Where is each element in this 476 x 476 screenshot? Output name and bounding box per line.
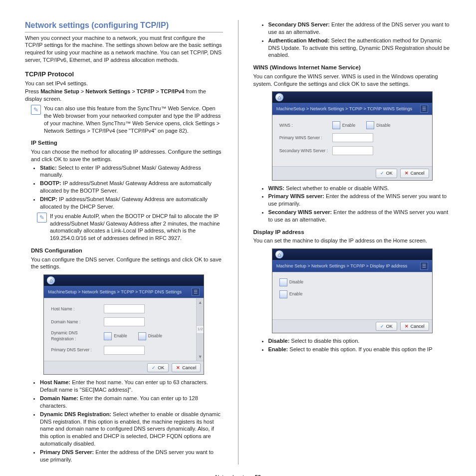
display-ip-p1: You can set the machine to display the I… <box>253 237 452 244</box>
note-icon: ✎ <box>31 105 41 115</box>
enable-radio[interactable]: Enable <box>279 290 302 298</box>
home-icon[interactable] <box>275 93 283 101</box>
secondary-wins-label: Secondary WINS Server : <box>279 148 329 154</box>
secondary-wins-input[interactable] <box>332 146 373 155</box>
panel-menu-icon[interactable]: ☰ <box>420 262 428 270</box>
ok-button[interactable]: ✓OK <box>376 322 397 331</box>
page-indicator: 1/2 <box>197 325 204 334</box>
home-icon[interactable] <box>275 250 283 258</box>
ddns-label: Dynamic DNS Registration : <box>51 330 101 342</box>
wins-panel: MachineSetup > Network Settings > TCPIP … <box>272 91 433 180</box>
ip-list: Static: Select to enter IP address/Subne… <box>31 164 223 211</box>
dns-heading: DNS Configuration <box>31 247 223 255</box>
scroll-up-icon[interactable]: ▲ <box>198 298 203 306</box>
display-ip-list: Disable: Select to disable this option. … <box>259 337 452 353</box>
panel-breadcrumb: MachineSetup > Network Settings > TCPIP … <box>44 286 204 298</box>
dns-p1: You can configure the DNS server. Config… <box>31 256 223 271</box>
ok-button[interactable]: ✓OK <box>147 363 169 372</box>
wins-list: WINS: Select whether to enable or disabl… <box>259 185 452 224</box>
scroll-down-icon[interactable]: ▼ <box>198 353 203 361</box>
panel-titlebar <box>44 275 204 286</box>
note-icon: ✎ <box>37 213 47 223</box>
tcpip-p1: You can set IPv4 settings. <box>25 80 223 87</box>
domain-input[interactable] <box>104 317 145 326</box>
host-input[interactable] <box>104 304 145 313</box>
primary-wins-label: Primary WINS Server : <box>279 135 329 141</box>
dns-list-continued: Secondary DNS Server: Enter the address … <box>259 21 452 59</box>
tcpip-heading: TCP/IP Protocol <box>25 70 223 79</box>
ok-button[interactable]: ✓OK <box>376 169 397 178</box>
disable-radio[interactable]: Disable <box>366 121 390 129</box>
cancel-button[interactable]: ✕Cancel <box>400 169 429 178</box>
cancel-button[interactable]: ✕Cancel <box>400 322 429 331</box>
home-icon[interactable] <box>47 276 55 284</box>
wins-p1: You can configure the WINS server. WINS … <box>253 73 452 88</box>
page-title: Network settings (configuring TCP/IP) <box>25 20 223 32</box>
panel-menu-icon[interactable]: ☰ <box>420 105 428 113</box>
dns-panel: MachineSetup > Network Settings > TCPIP … <box>43 274 204 375</box>
display-ip-heading: Display IP address <box>253 229 452 237</box>
primary-dns-label: Primary DNS Server : <box>51 347 101 353</box>
cancel-button[interactable]: ✕Cancel <box>172 363 201 372</box>
dns-list: Host Name: Enter the host name. You can … <box>31 379 223 463</box>
wins-heading: WINS (Windows Internet Name Service) <box>253 64 452 72</box>
enable-radio[interactable]: Enable <box>104 332 127 340</box>
tcpip-note: ✎ You can also use this feature from the… <box>31 105 223 134</box>
primary-dns-input[interactable] <box>104 346 145 355</box>
ip-p1: You can choose the method for allocating… <box>31 148 223 163</box>
disable-radio[interactable]: Disable <box>138 332 162 340</box>
host-label: Host Name : <box>51 306 101 312</box>
page-footer: Network setup_ 53 <box>25 474 451 476</box>
display-ip-panel: Machine Setup > Network Settings > TCP/I… <box>272 248 433 333</box>
ip-heading: IP Setting <box>31 139 223 147</box>
ip-note: ✎ If you enable AutoIP, when the BOOTP o… <box>37 213 223 242</box>
domain-label: Domain Name : <box>51 319 101 325</box>
enable-radio[interactable]: Enable <box>332 121 355 129</box>
primary-wins-input[interactable] <box>332 133 373 142</box>
wins-label: WINS : <box>279 123 329 128</box>
panel-menu-icon[interactable]: ☰ <box>192 288 200 296</box>
disable-radio[interactable]: Disable <box>279 278 303 286</box>
intro-paragraph: When you connect your machine to a netwo… <box>25 34 223 64</box>
tcpip-path: Press Machine Setup > Network Settings >… <box>25 88 223 103</box>
panel-breadcrumb: Machine Setup > Network Settings > TCP/I… <box>272 260 432 272</box>
panel-breadcrumb: MachineSetup > Network Settings > TCPIP … <box>272 103 432 115</box>
scrollbar[interactable]: ▲ 1/2 ▼ <box>196 298 204 361</box>
